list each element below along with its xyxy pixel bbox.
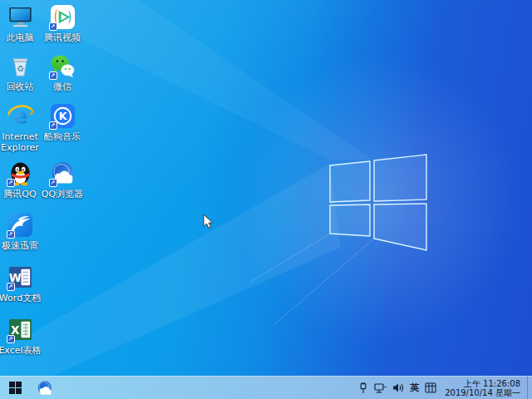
shortcut-arrow-icon: ↗ <box>49 179 57 187</box>
tencent-video-icon: ↗ <box>50 4 76 30</box>
qq-browser-icon: ↗ <box>50 160 76 186</box>
shortcut-arrow-icon: ↗ <box>49 22 57 31</box>
shortcut-arrow-icon: ↗ <box>49 121 57 130</box>
usb-icon[interactable] <box>358 382 368 394</box>
shortcut-arrow-icon: ↗ <box>7 179 15 187</box>
icon-label: 腾讯视频 <box>36 32 89 43</box>
desktop-icon-thunder[interactable]: ↗ 极速迅雷 <box>0 212 47 251</box>
icon-label: 酷狗音乐 <box>36 131 89 142</box>
desktop-icon-qq-browser[interactable]: ↗ QQ浏览器 <box>36 160 89 200</box>
volume-icon[interactable] <box>392 382 404 393</box>
system-tray: 英 <box>358 382 436 394</box>
svg-text:K: K <box>58 110 67 122</box>
desktop-icon-tencent-video[interactable]: ↗ 腾讯视频 <box>36 4 89 43</box>
tencent-qq-icon: ↗ <box>7 160 33 186</box>
icon-label: 微信 <box>36 81 89 92</box>
desktop-icon-wechat[interactable]: ↗ 微信 <box>36 53 89 92</box>
taskbar: 英 上午 11:26:08 2019/10/14 星期一 <box>0 376 532 399</box>
ime-mode-icon[interactable] <box>425 382 436 393</box>
desktop-icon-word[interactable]: W ↗ Word文档 <box>0 264 47 303</box>
excel-icon: X ↗ <box>7 317 33 342</box>
word-icon: W ↗ <box>7 264 33 290</box>
recycle-bin-icon: ♻ <box>7 53 33 79</box>
mouse-cursor <box>203 214 214 229</box>
icon-label: Excel表格 <box>0 345 47 356</box>
icon-label: Word文档 <box>0 293 47 303</box>
windows-start-icon <box>9 382 22 394</box>
windows-desktop: 此电脑 ↗ 腾讯视频 ♻ 回收站 <box>0 0 532 399</box>
start-button[interactable] <box>0 377 30 399</box>
wechat-icon: ↗ <box>50 53 76 79</box>
shortcut-arrow-icon: ↗ <box>7 283 15 291</box>
taskbar-qq-browser-button[interactable] <box>30 377 60 399</box>
ime-language-indicator[interactable]: 英 <box>410 382 419 394</box>
shortcut-arrow-icon: ↗ <box>49 71 57 80</box>
this-pc-icon <box>7 4 33 30</box>
clock-date: 2019/10/14 星期一 <box>445 388 520 397</box>
desktop-icon-excel[interactable]: X ↗ Excel表格 <box>0 317 47 356</box>
network-icon[interactable] <box>374 382 387 394</box>
thunder-icon: ↗ <box>7 212 33 238</box>
qq-browser-taskbar-icon <box>37 380 53 397</box>
show-desktop-button[interactable] <box>527 377 532 399</box>
icon-label: QQ浏览器 <box>36 189 89 200</box>
svg-text:♻: ♻ <box>17 64 24 73</box>
taskbar-clock[interactable]: 上午 11:26:08 2019/10/14 星期一 <box>445 379 520 397</box>
shortcut-arrow-icon: ↗ <box>7 230 15 239</box>
shortcut-arrow-icon: ↗ <box>7 335 15 343</box>
internet-explorer-icon: e <box>7 103 33 129</box>
icon-label: 极速迅雷 <box>0 240 47 251</box>
kugou-music-icon: K ↗ <box>50 103 76 129</box>
clock-time: 上午 11:26:08 <box>445 379 520 388</box>
desktop-icon-kugou-music[interactable]: K ↗ 酷狗音乐 <box>36 103 89 142</box>
